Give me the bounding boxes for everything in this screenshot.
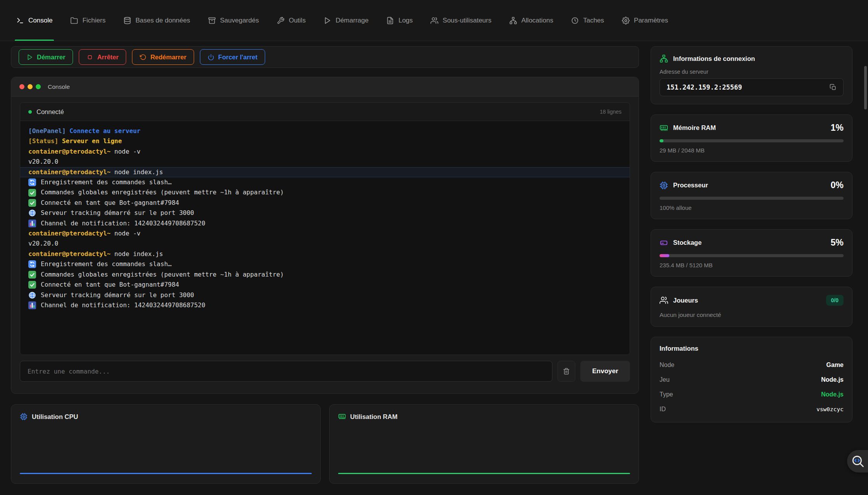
- connected-status-icon: [28, 110, 32, 114]
- nav-tab-label: Console: [28, 17, 52, 24]
- ram-usage-line: [338, 473, 630, 474]
- wrench-icon: [277, 17, 285, 24]
- restart-icon: [140, 54, 146, 61]
- console-line: [Status] Serveur en ligne: [20, 136, 630, 146]
- nav-tab-taches[interactable]: Taches: [571, 0, 604, 41]
- nav-tab-fichiers[interactable]: Fichiers: [70, 0, 106, 41]
- stop-button[interactable]: Arrêter: [79, 49, 126, 65]
- server-address-value: 151.242.159.2:25569: [667, 83, 742, 91]
- code-search-icon: [851, 455, 865, 468]
- console-window-titlebar: Console: [11, 77, 639, 97]
- console-line: Enregistrement des commandes slash…: [20, 177, 630, 187]
- nav-tab-label: Démarrage: [335, 17, 368, 24]
- console-line: Enregistrement des commandes slash…: [20, 259, 630, 269]
- terminal: Connecté 18 lignes [OnePanel] Connecte a…: [20, 102, 630, 355]
- sitemap-icon: [509, 17, 517, 24]
- server-info-rows: NodeGameJeuNode.jsTypeNode.jsIDvsw0zcyc: [660, 355, 844, 414]
- info-row-id: IDvsw0zcyc: [660, 400, 844, 414]
- gear-icon: [622, 17, 630, 24]
- nav-tab-sous-utilisateurs[interactable]: Sous-utilisateurs: [431, 0, 491, 41]
- trash-icon: [563, 368, 570, 375]
- sidebar: Informations de connexion Adresse du ser…: [651, 46, 852, 422]
- cpu-title: Processeur: [673, 182, 708, 189]
- console-line: container@pterodactyl~ node -v: [20, 228, 630, 239]
- copy-icon: [830, 84, 837, 91]
- nav-tab-param-tres[interactable]: Paramètres: [622, 0, 668, 41]
- start-button[interactable]: Démarrer: [19, 49, 73, 65]
- code-search-button[interactable]: [847, 450, 868, 472]
- console-line: v20.20.0: [20, 239, 630, 249]
- ram-icon: [338, 413, 346, 421]
- nav-tab-console[interactable]: Console: [16, 0, 52, 41]
- nav-tab-label: Taches: [583, 17, 604, 24]
- check-icon: [28, 271, 36, 279]
- command-input[interactable]: [20, 361, 552, 382]
- terminal-status-bar: Connecté 18 lignes: [20, 103, 630, 121]
- players-empty-text: Aucun joueur connecté: [660, 312, 844, 318]
- network-icon: [660, 54, 668, 63]
- connection-info-card: Informations de connexion Adresse du ser…: [651, 46, 852, 104]
- server-info-title: Informations: [660, 345, 844, 352]
- check-icon: [28, 199, 36, 207]
- nav-tab-label: Outils: [289, 17, 306, 24]
- nav-tab-sauvegard-s[interactable]: Sauvegardés: [208, 0, 259, 41]
- storage-percent: 5%: [831, 237, 844, 248]
- terminal-icon: [16, 17, 24, 24]
- power-actions-bar: Démarrer Arrêter Redémarrer Forcer l'arr…: [11, 46, 639, 68]
- restart-button-label: Redémarrer: [150, 54, 186, 61]
- cpu-icon: [660, 181, 668, 190]
- yellow-dot-icon: [28, 84, 33, 89]
- stop-icon: [87, 54, 93, 61]
- console-line: [OnePanel] Connecte au serveur: [20, 126, 630, 136]
- sync-icon: [28, 178, 36, 186]
- start-button-label: Démarrer: [37, 54, 65, 61]
- nav-tab-bases-de-donn-es[interactable]: Bases de données: [123, 0, 190, 41]
- server-info-card: Informations NodeGameJeuNode.jsTypeNode.…: [651, 337, 852, 422]
- console-line: container@pterodactyl~ node index.js: [20, 249, 630, 259]
- stop-button-label: Arrêter: [97, 54, 118, 61]
- nav-tab-d-marrage[interactable]: Démarrage: [323, 0, 368, 41]
- page-scrollbar[interactable]: [864, 66, 867, 109]
- chart-icon: [28, 220, 36, 227]
- cpu-chart-title: Utilisation CPU: [32, 413, 78, 421]
- storage-usage-text: 235.4 MB / 5120 MB: [660, 262, 844, 268]
- console-line: container@pterodactyl~ node index.js: [20, 167, 630, 177]
- nav-tab-allocations[interactable]: Allocations: [509, 0, 553, 41]
- lines-count: 18 lignes: [600, 109, 621, 115]
- connected-status-label: Connecté: [36, 108, 64, 116]
- copy-address-button[interactable]: [829, 84, 837, 91]
- console-line: Commandes globales enregistrées (peuvent…: [20, 270, 630, 280]
- server-address-field[interactable]: 151.242.159.2:25569: [660, 78, 844, 96]
- clear-console-button[interactable]: [557, 361, 575, 382]
- nav-tab-outils[interactable]: Outils: [277, 0, 306, 41]
- top-navigation: ConsoleFichiersBases de donnéesSauvegard…: [0, 0, 868, 41]
- info-row-node: NodeGame: [660, 355, 844, 370]
- nav-tab-label: Sous-utilisateurs: [443, 17, 491, 24]
- cpu-progress-bar: [660, 197, 844, 200]
- force-stop-button[interactable]: Forcer l'arret: [200, 49, 265, 65]
- players-title: Joueurs: [673, 297, 698, 304]
- main-column: Démarrer Arrêter Redémarrer Forcer l'arr…: [11, 46, 639, 484]
- globe-icon: [28, 209, 36, 217]
- players-card: Joueurs 0/0 Aucun joueur connecté: [651, 287, 852, 327]
- connection-info-title: Informations de connexion: [673, 55, 755, 62]
- cpu-percent: 0%: [831, 180, 844, 190]
- logs-icon: [386, 17, 394, 24]
- nav-tab-label: Allocations: [521, 17, 553, 24]
- console-window: Console Connecté 18 lignes [OnePanel] Co…: [11, 77, 639, 394]
- send-command-button[interactable]: Envoyer: [580, 361, 630, 382]
- nav-tab-label: Bases de données: [135, 17, 190, 24]
- cpu-card: Processeur 0% 100% alloue: [651, 172, 852, 219]
- nav-tab-logs[interactable]: Logs: [386, 0, 413, 41]
- chart-icon: [28, 301, 36, 309]
- page-body: Démarrer Arrêter Redémarrer Forcer l'arr…: [0, 41, 868, 484]
- console-output[interactable]: [OnePanel] Connecte au serveur[Status] S…: [20, 121, 630, 355]
- nav-tab-label: Paramètres: [634, 17, 668, 24]
- play-icon: [323, 17, 331, 24]
- storage-progress-bar: [660, 254, 844, 257]
- console-line: Serveur tracking démarré sur le port 300…: [20, 290, 630, 300]
- users-icon: [431, 17, 438, 24]
- console-line: Channel de notification: 142403244970868…: [20, 218, 630, 228]
- database-icon: [123, 17, 131, 24]
- restart-button[interactable]: Redémarrer: [132, 49, 194, 65]
